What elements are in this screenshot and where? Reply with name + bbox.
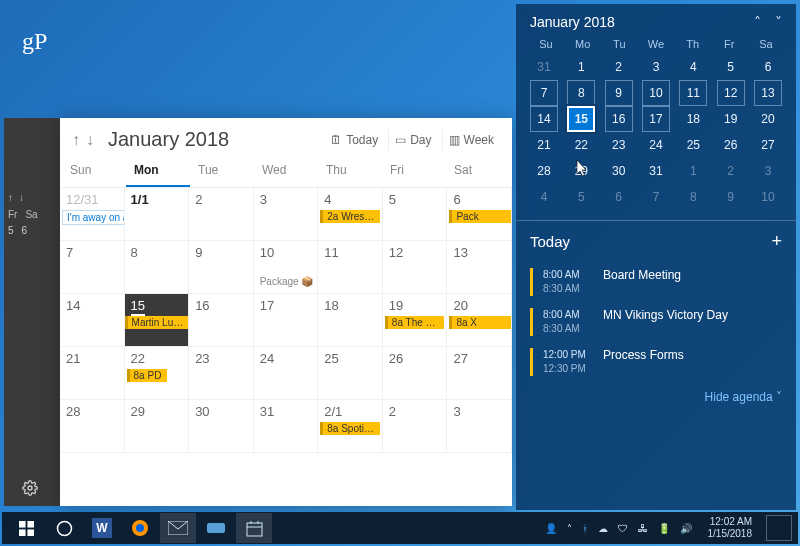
tray-network-icon[interactable]: 🖧 bbox=[638, 523, 648, 534]
event-pack[interactable]: Pack bbox=[449, 210, 511, 223]
taskbar-app-calendar[interactable] bbox=[236, 513, 272, 543]
calendar-cell[interactable]: 15Martin Luthe bbox=[125, 294, 190, 347]
flyout-day[interactable]: 5 bbox=[717, 54, 745, 80]
flyout-day[interactable]: 9 bbox=[717, 184, 745, 210]
week-view-button[interactable]: ▥Week bbox=[442, 129, 500, 151]
event-package[interactable]: Package 📦 bbox=[256, 275, 318, 288]
tray-defender-icon[interactable]: 🛡 bbox=[618, 523, 628, 534]
flyout-day[interactable]: 10 bbox=[754, 184, 782, 210]
flyout-day[interactable]: 20 bbox=[754, 106, 782, 132]
calendar-cell[interactable]: 3 bbox=[447, 400, 512, 453]
taskbar-app-firefox[interactable] bbox=[122, 513, 158, 543]
agenda-event[interactable]: 8:00 AM8:30 AMMN Vikings Victory Day bbox=[530, 302, 782, 342]
flyout-day[interactable]: 28 bbox=[530, 158, 558, 184]
calendar-cell[interactable]: 24 bbox=[254, 347, 319, 400]
flyout-day[interactable]: 9 bbox=[605, 80, 633, 106]
cortana-icon[interactable] bbox=[46, 513, 82, 543]
calendar-cell[interactable]: 29 bbox=[125, 400, 190, 453]
flyout-day[interactable]: 7 bbox=[530, 80, 558, 106]
flyout-prev-icon[interactable]: ˄ bbox=[754, 14, 761, 30]
prev-arrow-icon[interactable]: ↑ bbox=[8, 192, 13, 203]
flyout-day[interactable]: 19 bbox=[717, 106, 745, 132]
flyout-day[interactable]: 2 bbox=[717, 158, 745, 184]
flyout-day[interactable]: 1 bbox=[567, 54, 595, 80]
flyout-day[interactable]: 6 bbox=[754, 54, 782, 80]
flyout-day[interactable]: 21 bbox=[530, 132, 558, 158]
next-month-icon[interactable]: ↓ bbox=[86, 131, 94, 149]
flyout-day[interactable]: 16 bbox=[605, 106, 633, 132]
flyout-day[interactable]: 5 bbox=[567, 184, 595, 210]
calendar-cell[interactable]: 3 bbox=[254, 188, 319, 241]
calendar-cell[interactable]: 2/18a Spotify R bbox=[318, 400, 383, 453]
event-spotify[interactable]: 8a Spotify R bbox=[320, 422, 380, 435]
calendar-cell[interactable]: 198a The Rise bbox=[383, 294, 448, 347]
flyout-day[interactable]: 8 bbox=[679, 184, 707, 210]
sidebar-date[interactable]: 6 bbox=[22, 225, 28, 236]
flyout-day[interactable]: 10 bbox=[642, 80, 670, 106]
calendar-cell[interactable]: 208a X bbox=[447, 294, 512, 347]
calendar-cell[interactable]: 18 bbox=[318, 294, 383, 347]
event-wrestle[interactable]: 2a Wrestle K bbox=[320, 210, 380, 223]
flyout-day[interactable]: 4 bbox=[679, 54, 707, 80]
event-fishing[interactable]: I'm away on a fishing trip! bbox=[62, 210, 125, 225]
calendar-cell[interactable]: 1/1 bbox=[125, 188, 190, 241]
start-button[interactable] bbox=[8, 513, 44, 543]
flyout-day[interactable]: 25 bbox=[679, 132, 707, 158]
action-center-icon[interactable] bbox=[766, 515, 792, 541]
tray-volume-icon[interactable]: 🔊 bbox=[680, 523, 692, 534]
calendar-cell[interactable]: 10Package 📦 bbox=[254, 241, 319, 294]
flyout-day[interactable]: 31 bbox=[642, 158, 670, 184]
event-rise[interactable]: 8a The Rise bbox=[385, 316, 445, 329]
calendar-cell[interactable]: 12/31I'm away on a fishing trip! bbox=[60, 188, 125, 241]
flyout-day[interactable]: 3 bbox=[642, 54, 670, 80]
flyout-day[interactable]: 6 bbox=[605, 184, 633, 210]
calendar-cell[interactable]: 27 bbox=[447, 347, 512, 400]
next-arrow-icon[interactable]: ↓ bbox=[19, 192, 24, 203]
hide-agenda-link[interactable]: Hide agenda ˅ bbox=[530, 390, 782, 404]
flyout-day[interactable]: 8 bbox=[567, 80, 595, 106]
calendar-cell[interactable]: 7 bbox=[60, 241, 125, 294]
calendar-cell[interactable]: 21 bbox=[60, 347, 125, 400]
flyout-day[interactable]: 13 bbox=[754, 80, 782, 106]
flyout-next-icon[interactable]: ˅ bbox=[775, 14, 782, 30]
today-button[interactable]: 🗓Today bbox=[324, 129, 384, 151]
flyout-day[interactable]: 4 bbox=[530, 184, 558, 210]
flyout-day[interactable]: 24 bbox=[642, 132, 670, 158]
day-view-button[interactable]: ▭Day bbox=[388, 129, 437, 151]
tray-bluetooth-icon[interactable]: ᚼ bbox=[582, 523, 588, 534]
flyout-day[interactable]: 3 bbox=[754, 158, 782, 184]
flyout-day[interactable]: 18 bbox=[679, 106, 707, 132]
flyout-day[interactable]: 26 bbox=[717, 132, 745, 158]
calendar-cell[interactable]: 23 bbox=[189, 347, 254, 400]
taskbar-app-word[interactable]: W bbox=[84, 513, 120, 543]
agenda-event[interactable]: 8:00 AM8:30 AMBoard Meeting bbox=[530, 262, 782, 302]
tray-battery-icon[interactable]: 🔋 bbox=[658, 523, 670, 534]
calendar-cell[interactable]: 25 bbox=[318, 347, 383, 400]
calendar-cell[interactable]: 16 bbox=[189, 294, 254, 347]
flyout-day[interactable]: 31 bbox=[530, 54, 558, 80]
event-pd[interactable]: 8a PD bbox=[127, 369, 167, 382]
tray-people-icon[interactable]: 👤 bbox=[545, 523, 557, 534]
calendar-cell[interactable]: 13 bbox=[447, 241, 512, 294]
calendar-cell[interactable]: 9 bbox=[189, 241, 254, 294]
flyout-day[interactable]: 29 bbox=[567, 158, 595, 184]
calendar-cell[interactable]: 11 bbox=[318, 241, 383, 294]
calendar-cell[interactable]: 2 bbox=[189, 188, 254, 241]
calendar-cell[interactable]: 30 bbox=[189, 400, 254, 453]
calendar-cell[interactable]: 8 bbox=[125, 241, 190, 294]
event-8ax[interactable]: 8a X bbox=[449, 316, 511, 329]
event-mlk[interactable]: Martin Luthe bbox=[125, 316, 189, 329]
taskbar-clock[interactable]: 12:02 AM 1/15/2018 bbox=[708, 516, 753, 540]
flyout-day[interactable]: 15 bbox=[567, 106, 595, 132]
taskbar-app-mail[interactable] bbox=[160, 513, 196, 543]
sidebar-date[interactable]: 5 bbox=[8, 225, 14, 236]
settings-gear-icon[interactable] bbox=[22, 480, 38, 496]
add-event-icon[interactable]: + bbox=[771, 231, 782, 252]
flyout-day[interactable]: 22 bbox=[567, 132, 595, 158]
flyout-day[interactable]: 23 bbox=[605, 132, 633, 158]
calendar-cell[interactable]: 2 bbox=[383, 400, 448, 453]
flyout-day[interactable]: 14 bbox=[530, 106, 558, 132]
flyout-day[interactable]: 7 bbox=[642, 184, 670, 210]
calendar-cell[interactable]: 14 bbox=[60, 294, 125, 347]
flyout-day[interactable]: 12 bbox=[717, 80, 745, 106]
